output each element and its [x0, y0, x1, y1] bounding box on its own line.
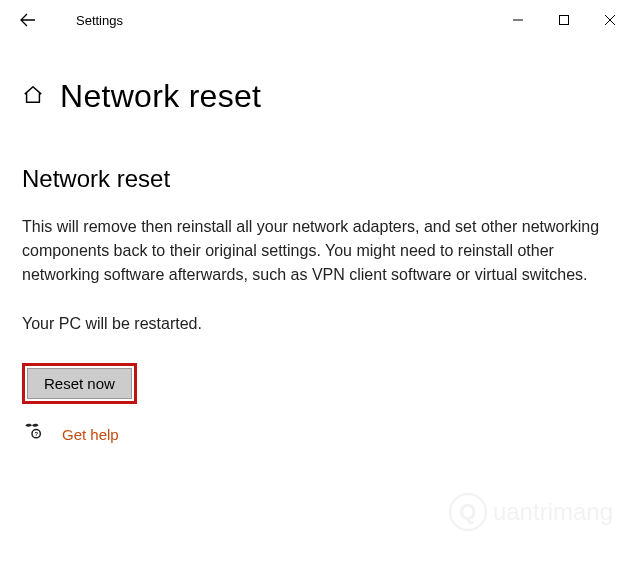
- minimize-icon: [512, 14, 524, 26]
- description-text: This will remove then reinstall all your…: [22, 215, 609, 287]
- watermark-logo-icon: Q: [449, 493, 487, 531]
- reset-highlight: Reset now: [22, 363, 137, 404]
- back-button[interactable]: [8, 0, 48, 40]
- home-icon[interactable]: [22, 84, 44, 110]
- close-button[interactable]: [587, 0, 633, 40]
- help-icon: ?: [22, 422, 42, 446]
- maximize-icon: [558, 14, 570, 26]
- page-header: Network reset: [22, 78, 633, 115]
- help-row: ? Get help: [22, 422, 609, 446]
- window-controls: [495, 0, 633, 40]
- close-icon: [604, 14, 616, 26]
- watermark-text: uantrimang: [493, 498, 613, 526]
- svg-text:?: ?: [34, 431, 38, 437]
- content-area: Network reset This will remove then rein…: [0, 115, 633, 446]
- reset-now-button[interactable]: Reset now: [27, 368, 132, 399]
- window-title: Settings: [76, 13, 123, 28]
- titlebar: Settings: [0, 0, 633, 40]
- watermark: Q uantrimang: [449, 493, 613, 531]
- arrow-left-icon: [19, 11, 37, 29]
- svg-rect-1: [560, 16, 569, 25]
- minimize-button[interactable]: [495, 0, 541, 40]
- maximize-button[interactable]: [541, 0, 587, 40]
- page-title: Network reset: [60, 78, 261, 115]
- section-title: Network reset: [22, 165, 609, 193]
- restart-note: Your PC will be restarted.: [22, 315, 609, 333]
- get-help-link[interactable]: Get help: [62, 426, 119, 443]
